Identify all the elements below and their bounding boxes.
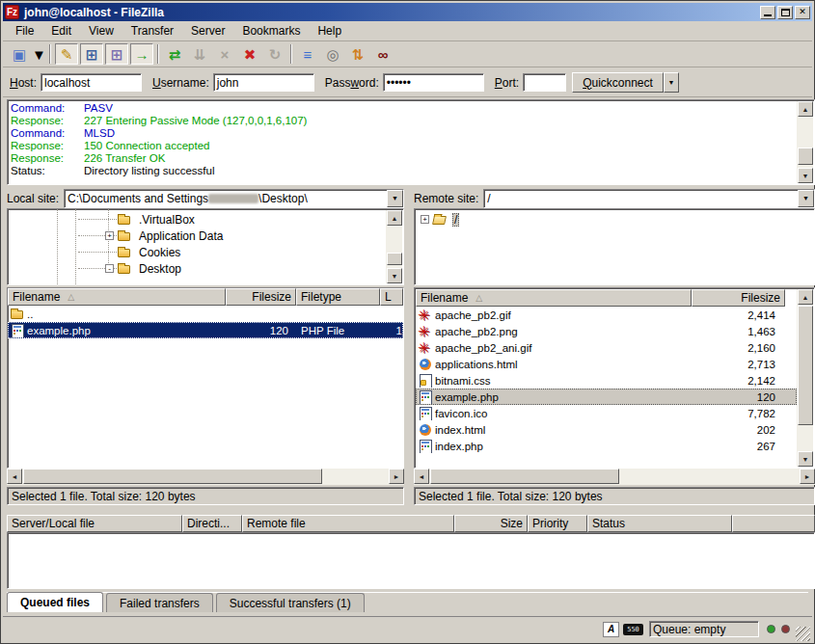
scroll-left-button[interactable]: ◄ [7,469,22,484]
tree-item[interactable]: + / [416,211,812,228]
username-input[interactable]: john [213,73,314,92]
quickconnect-button[interactable]: Quickconnect [572,72,664,93]
local-tree-scrollbar[interactable]: ▲ ▼ [386,210,402,283]
scroll-down-button[interactable]: ▼ [387,268,402,283]
local-path-dropdown[interactable]: ▼ [387,190,403,207]
local-path-combobox[interactable]: C:\Documents and Settings\Desktop\ ▼ [64,189,404,208]
menu-item[interactable]: Server [182,21,233,40]
scroll-thumb[interactable] [430,469,619,484]
tree-item[interactable]: + Application Data [9,228,384,244]
scroll-down-button[interactable]: ▼ [798,168,813,183]
directory-comparison-icon[interactable]: ◎ [321,43,344,65]
file-row[interactable]: apache_pb2.gif 2,414 [416,307,797,323]
file-row[interactable]: example.php 120 [416,389,797,405]
tree-expander[interactable]: + [421,215,429,224]
file-row[interactable]: index.html 202 [416,421,797,438]
page-icon [418,406,433,420]
column-header[interactable]: Filesize [226,288,296,306]
column-header[interactable]: L [380,288,403,306]
page-icon [418,389,433,404]
queue-column-header[interactable]: Status [587,515,732,532]
close-button[interactable]: ✕ [795,6,810,19]
file-row[interactable]: apache_pb2.png 1,463 [416,323,797,339]
host-input[interactable]: localhost [41,73,142,92]
remote-path-dropdown[interactable]: ▼ [798,190,814,207]
remote-path[interactable]: / [484,190,798,207]
site-manager-dropdown-icon[interactable]: ▼ [33,43,45,65]
file-row[interactable]: index.php 267 [416,438,797,454]
tree-expander[interactable]: - [105,264,114,273]
local-list-hscrollbar[interactable]: ◄ ► [7,469,404,485]
column-header[interactable]: Filetype [296,288,380,306]
remote-list-scrollbar[interactable]: ▲ ▼ [797,289,813,467]
file-row[interactable]: .. [8,306,403,322]
resize-grip[interactable] [796,627,810,641]
tree-item[interactable]: - Desktop [9,260,384,277]
queue-column-header[interactable]: Directi... [182,515,242,532]
toggle-remote-tree-icon[interactable]: ⊞ [105,43,128,65]
scroll-right-button[interactable]: ► [800,469,815,484]
file-row[interactable]: apache_pb2_ani.gif 2,160 [416,339,797,356]
queue-column-header[interactable]: Priority [528,515,587,532]
scroll-down-button[interactable]: ▼ [798,451,813,467]
scroll-thumb[interactable] [387,253,402,265]
apache-icon [418,340,433,355]
minimize-button[interactable] [760,6,775,19]
filezilla-window: Fz john@localhost - FileZilla ✕ FileEdit… [0,0,815,644]
queue-tab[interactable]: Successful transfers (1) [216,593,365,612]
quickconnect-dropdown[interactable]: ▼ [664,72,679,93]
process-queue-icon[interactable]: ⇊ [188,43,211,65]
queue-column-header[interactable] [732,515,815,532]
remote-path-combobox[interactable]: / ▼ [483,189,815,208]
scroll-thumb[interactable] [798,148,813,165]
password-input[interactable]: •••••• [383,73,484,92]
remote-list-hscrollbar[interactable]: ◄ ► [414,469,815,485]
toggle-local-tree-icon[interactable]: ⊞ [80,43,103,65]
file-row[interactable]: bitnami.css 2,142 [416,372,797,389]
firefox-icon [418,357,433,371]
tree-item[interactable]: .VirtualBox [9,211,384,228]
disconnect-icon[interactable]: ✖ [238,43,261,65]
queue-column-header[interactable]: Server/Local file [7,515,182,532]
file-row[interactable]: example.php 120 PHP File 1 [8,322,403,338]
port-input[interactable] [523,73,566,92]
reconnect-icon[interactable]: ↻ [263,43,286,65]
speed-limit-icon[interactable]: 550 [623,624,643,635]
queue-tab[interactable]: Failed transfers [106,593,213,612]
scroll-up-button[interactable]: ▲ [387,210,402,226]
find-files-icon[interactable]: ∞ [371,43,394,65]
menu-item[interactable]: Transfer [122,21,182,40]
column-header[interactable]: Filename △ [8,288,226,306]
queue-column-header[interactable]: Remote file [242,515,454,532]
menu-item[interactable]: Bookmarks [233,21,309,40]
scroll-thumb[interactable] [23,469,322,484]
menu-item[interactable]: Edit [42,21,80,40]
tree-expander[interactable]: + [105,231,114,240]
site-manager-icon[interactable]: ▣ [8,43,31,65]
log-scrollbar[interactable]: ▲ ▼ [797,101,813,183]
scroll-up-button[interactable]: ▲ [798,289,813,305]
scroll-left-button[interactable]: ◄ [414,469,429,484]
synchronized-browsing-icon[interactable]: ⇅ [346,43,369,65]
column-header[interactable]: Filename △ [416,289,692,307]
menu-item[interactable]: View [80,21,122,40]
column-header[interactable]: Filesize [692,289,785,307]
file-row[interactable]: applications.html 2,713 [416,356,797,372]
file-row[interactable]: favicon.ico 7,782 [416,405,797,421]
toggle-transfer-queue-icon[interactable]: → [130,43,153,65]
menu-item[interactable]: Help [309,21,350,40]
tree-item[interactable]: Cookies [9,244,384,260]
toggle-message-log-icon[interactable]: ✎ [55,43,78,65]
menu-item[interactable]: File [7,21,42,40]
queue-column-header[interactable]: Size [454,515,528,532]
refresh-icon[interactable]: ⇄ [163,43,186,65]
scroll-right-button[interactable]: ► [389,469,404,484]
scroll-up-button[interactable]: ▲ [798,101,813,117]
filter-icon[interactable]: ≡ [296,43,319,65]
queue-tab[interactable]: Queued files [7,592,103,612]
scroll-thumb[interactable] [798,306,813,425]
local-path[interactable]: C:\Documents and Settings\Desktop\ [65,190,387,207]
cancel-operation-icon[interactable]: × [213,43,236,65]
maximize-button[interactable] [777,6,793,19]
close-icon: ✕ [799,8,806,16]
